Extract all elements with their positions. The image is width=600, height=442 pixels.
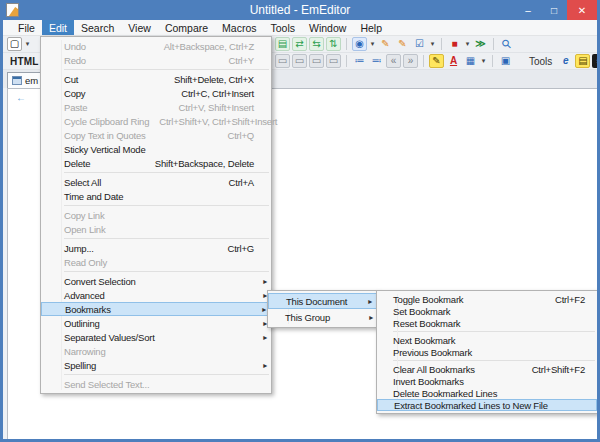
notepad-icon[interactable]: ▤ [575, 54, 590, 68]
menubar-tools[interactable]: Tools [264, 20, 303, 35]
close-button[interactable]: ✕ [567, 0, 597, 20]
menu-item-outlining[interactable]: Outlining [41, 316, 271, 330]
menu-item-cycle-clipboard-ring[interactable]: Cycle Clipboard RingCtrl+Shift+V, Ctrl+S… [41, 114, 271, 128]
indent-icon[interactable]: » [403, 54, 418, 68]
menu-item-convert-selection[interactable]: Convert Selection [41, 274, 271, 288]
menubar-file[interactable]: File [11, 20, 42, 35]
menu-item-time-and-date[interactable]: Time and Date [41, 189, 271, 203]
menu-item-select-all[interactable]: Select AllCtrl+A [41, 175, 271, 189]
table-icon[interactable]: ▦ [463, 54, 478, 68]
macro-edit-icon[interactable]: ✎ [378, 37, 393, 51]
menu-item-delete[interactable]: DeleteShift+Backspace, Delete [41, 156, 271, 170]
menu-separator [64, 69, 269, 70]
menu-separator [393, 331, 595, 332]
block-style-icon-1[interactable]: ▭ [275, 54, 290, 68]
menubar-search[interactable]: Search [74, 20, 121, 35]
bullet-list-icon[interactable]: ≕ [369, 54, 384, 68]
highlighter-icon[interactable]: ✎ [429, 54, 444, 68]
menu-item-previous-bookmark[interactable]: Previous Bookmark [377, 346, 597, 358]
key-icon[interactable]: ⚲ [496, 34, 517, 55]
menu-item-advanced[interactable]: Advanced [41, 288, 271, 302]
run-macro-icon[interactable]: ≫ [473, 37, 488, 51]
menubar-macros[interactable]: Macros [215, 20, 263, 35]
menu-item-open-link[interactable]: Open Link [41, 222, 271, 236]
new-file-icon[interactable]: ▢ [7, 37, 22, 51]
validate-dropdown-icon[interactable] [429, 40, 436, 48]
menu-item-send-selected-text[interactable]: Send Selected Text... [41, 377, 271, 391]
menubar-compare[interactable]: Compare [158, 20, 215, 35]
macro-properties-icon[interactable]: ✎ [395, 37, 410, 51]
menu-item-this-document[interactable]: This Document [268, 293, 377, 309]
menu-item-undo[interactable]: UndoAlt+Backspace, Ctrl+Z [41, 39, 271, 53]
menu-item-clear-all-bookmarks[interactable]: Clear All BookmarksCtrl+Shift+F2 [377, 363, 597, 375]
menu-item-delete-bookmarked-lines[interactable]: Delete Bookmarked Lines [377, 387, 597, 399]
toolbar-separator [346, 38, 347, 50]
menu-item-set-bookmark[interactable]: Set Bookmark [377, 305, 597, 317]
menu-item-next-bookmark[interactable]: Next Bookmark [377, 334, 597, 346]
tools-label: Tools [529, 56, 552, 67]
menubar-edit[interactable]: Edit [42, 20, 74, 35]
tab-label: em [25, 75, 38, 86]
window-title: Untitled - EmEditor [3, 3, 597, 17]
validate-icon[interactable]: ☑ [412, 37, 427, 51]
title-bar: Untitled - EmEditor – □ ✕ [3, 0, 597, 20]
toolbar-separator [441, 38, 442, 50]
menubar-view[interactable]: View [121, 20, 158, 35]
menubar-window[interactable]: Window [302, 20, 353, 35]
record-macro-dropdown-icon[interactable] [464, 40, 471, 48]
block-style-icon-4[interactable]: ▭ [326, 54, 341, 68]
menu-item-invert-bookmarks[interactable]: Invert Bookmarks [377, 375, 597, 387]
toolbar2-right-group: ▭ ▭ ▭ ▭ ≔ ≕ « » ✎ A ▦ ▣ Tools e ▤ >_ T [275, 53, 600, 69]
toolbar-separator [346, 55, 347, 67]
menu-item-sticky-vertical-mode[interactable]: Sticky Vertical Mode [41, 142, 271, 156]
toolbar-separator [492, 55, 493, 67]
table-dropdown-icon[interactable] [480, 57, 487, 65]
edit-menu: UndoAlt+Backspace, Ctrl+Z RedoCtrl+Y Cut… [40, 36, 272, 394]
menu-item-reset-bookmark[interactable]: Reset Bookmark [377, 317, 597, 329]
browser-preview-icon[interactable]: ◉ [352, 37, 367, 51]
block-style-icon-3[interactable]: ▭ [309, 54, 324, 68]
menu-item-copy-link[interactable]: Copy Link [41, 208, 271, 222]
ink-bottle-icon[interactable]: ▣ [498, 54, 513, 68]
window-controls: – □ ✕ [515, 0, 597, 20]
minimize-button[interactable]: – [515, 0, 541, 20]
sync-scroll-horizontal-icon[interactable]: ⇆ [309, 37, 324, 51]
menu-item-paste[interactable]: PasteCtrl+V, Shift+Insert [41, 100, 271, 114]
menu-item-separated-values-sort[interactable]: Separated Values/Sort [41, 330, 271, 344]
numbered-list-icon[interactable]: ≔ [352, 54, 367, 68]
menu-item-redo[interactable]: RedoCtrl+Y [41, 53, 271, 67]
menu-item-toggle-bookmark[interactable]: Toggle BookmarkCtrl+F2 [377, 293, 597, 305]
app-icon[interactable] [6, 3, 19, 17]
this-document-submenu: Toggle BookmarkCtrl+F2 Set Bookmark Rese… [376, 290, 598, 414]
menu-item-copy[interactable]: CopyCtrl+C, Ctrl+Insert [41, 86, 271, 100]
menu-separator [64, 374, 269, 375]
menu-separator [393, 360, 595, 361]
compare-documents-icon[interactable]: ▤ [275, 37, 290, 51]
menu-item-jump[interactable]: Jump...Ctrl+G [41, 241, 271, 255]
menu-item-extract-bookmarked-lines-to-new-file[interactable]: Extract Bookmarked Lines to New File [377, 399, 597, 411]
maximize-button[interactable]: □ [541, 0, 567, 20]
browser-ie-icon[interactable]: e [558, 54, 573, 68]
menu-item-cut[interactable]: CutShift+Delete, Ctrl+X [41, 72, 271, 86]
menu-item-read-only[interactable]: Read Only [41, 255, 271, 269]
command-prompt-icon[interactable]: >_ [592, 54, 600, 68]
menu-item-bookmarks[interactable]: Bookmarks [41, 302, 271, 316]
menu-item-copy-text-in-quotes[interactable]: Copy Text in QuotesCtrl+Q [41, 128, 271, 142]
browser-preview-dropdown-icon[interactable] [369, 40, 376, 48]
new-file-dropdown-icon[interactable] [24, 40, 31, 48]
menu-separator [64, 172, 269, 173]
sync-scroll-vertical-icon[interactable]: ⇅ [326, 37, 341, 51]
font-color-icon[interactable]: A [446, 54, 461, 68]
toolbar2-left-group: HTML [7, 53, 39, 69]
newline-mark-icon: ← [16, 92, 26, 103]
record-macro-icon[interactable]: ■ [447, 37, 462, 51]
menu-item-narrowing[interactable]: Narrowing [41, 344, 271, 358]
syntax-selector[interactable]: HTML [7, 56, 39, 67]
outdent-icon[interactable]: « [386, 54, 401, 68]
menu-item-spelling[interactable]: Spelling [41, 358, 271, 372]
block-style-icon-2[interactable]: ▭ [292, 54, 307, 68]
menubar-help[interactable]: Help [353, 20, 389, 35]
menu-separator [64, 205, 269, 206]
menu-item-this-group[interactable]: This Group [268, 309, 377, 325]
recompare-icon[interactable]: ⇄ [292, 37, 307, 51]
